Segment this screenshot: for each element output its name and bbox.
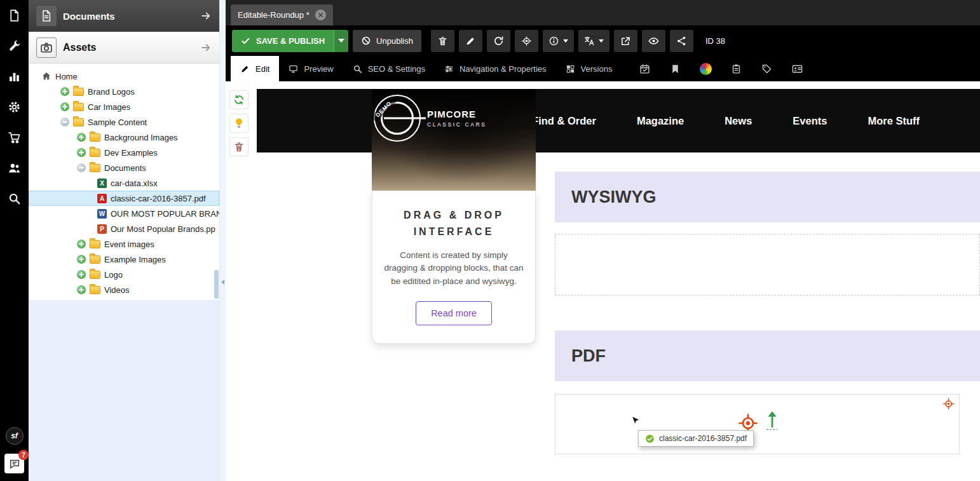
pdf-drop-zone[interactable]: classic-car-2016-3857.pdf <box>555 394 960 454</box>
expand-icon[interactable] <box>60 87 69 96</box>
tab-preview[interactable]: Preview <box>279 56 343 81</box>
tree-item-label: Logo <box>104 270 123 280</box>
read-more-button[interactable]: Read more <box>416 301 492 325</box>
tab-tag[interactable] <box>752 56 780 81</box>
folder-icon <box>90 240 100 248</box>
main-editor-area: Editable-Roundup * SAVE & PUBLISH Unpubl… <box>226 0 980 481</box>
collapse-icon[interactable] <box>60 118 69 126</box>
rail-file-icon[interactable] <box>0 0 29 30</box>
symfony-logo[interactable]: sf <box>6 427 24 445</box>
rail-ecommerce-icon[interactable] <box>0 122 29 152</box>
tab-id-card[interactable] <box>783 56 811 81</box>
tab-bookmark[interactable] <box>661 56 689 81</box>
expand-icon[interactable] <box>77 285 86 294</box>
tree-item-label: OUR MOST POPULAR BRANDS <box>111 209 219 219</box>
tree-item-logo[interactable]: Logo <box>29 267 219 282</box>
rail-search-icon[interactable] <box>0 183 29 213</box>
subtab-icon-tabs <box>630 56 811 81</box>
tree-item-our-most-popular-brands-pp[interactable]: POur Most Popular Brands.pp <box>29 221 219 236</box>
expand-icon[interactable] <box>77 270 86 279</box>
demo-ribbon: DEMO <box>371 97 396 122</box>
expand-icon[interactable] <box>77 133 86 142</box>
site-nav-events[interactable]: Events <box>793 115 827 127</box>
upload-arrow-icon <box>764 410 780 430</box>
trash-button[interactable] <box>229 137 248 156</box>
share-button[interactable] <box>670 30 693 52</box>
translate-button[interactable] <box>578 30 609 52</box>
trash-button[interactable] <box>431 30 454 52</box>
unpublish-button[interactable]: Unpublish <box>353 30 421 52</box>
panel-splitter[interactable] <box>219 0 226 481</box>
arrow-right-icon <box>200 42 212 53</box>
expand-icon[interactable] <box>77 148 86 157</box>
save-publish-button[interactable]: SAVE & PUBLISH <box>232 30 334 52</box>
tree-item-event-images[interactable]: Event images <box>29 236 219 252</box>
tree-item-label: Example Images <box>104 255 166 264</box>
rail-settings-icon[interactable] <box>0 91 29 122</box>
tab-navigation-properties[interactable]: Navigation & Properties <box>435 56 556 81</box>
color-wheel-icon <box>700 63 712 75</box>
site-nav-find-order[interactable]: Find & Order <box>532 115 596 127</box>
tree-item-background-images[interactable]: Background Images <box>29 130 219 145</box>
eye-button[interactable] <box>642 30 665 52</box>
tab-edit[interactable]: Edit <box>231 56 279 81</box>
expand-icon[interactable] <box>60 102 69 111</box>
tree-item-brand-logos[interactable]: Brand Logos <box>29 84 219 99</box>
pencil-button[interactable] <box>459 30 482 52</box>
tree-item-dev-examples[interactable]: Dev Examples <box>29 145 219 160</box>
wysiwyg-editable-area[interactable] <box>555 234 980 295</box>
folder-icon <box>73 103 84 111</box>
tab-seo-settings[interactable]: SEO & Settings <box>343 56 435 81</box>
save-publish-label: SAVE & PUBLISH <box>256 36 325 46</box>
tab-clipboard[interactable] <box>722 56 750 81</box>
tree-item-label: Documents <box>104 163 146 173</box>
tree-item-videos[interactable]: Videos <box>29 282 219 297</box>
tree-scrollbar-thumb[interactable] <box>214 270 219 299</box>
rail-bottom-group: sf 7 <box>0 427 29 473</box>
unpublish-icon <box>361 36 371 46</box>
card-text: Content is created by simply dragging & … <box>383 249 525 288</box>
tree-item-home[interactable]: Home <box>29 69 219 84</box>
file-type-icon: A <box>97 194 107 203</box>
tree-item-classic-car-2016-3857-pdf[interactable]: Aclassic-car-2016-3857.pdf <box>29 191 219 206</box>
refresh-button[interactable] <box>487 30 510 52</box>
tree-item-example-images[interactable]: Example Images <box>29 252 219 267</box>
site-nav-more-stuff[interactable]: More Stuff <box>868 115 920 127</box>
tab-versions[interactable]: Versions <box>556 56 622 81</box>
tree-item-label: car-data.xlsx <box>111 179 158 188</box>
collapse-icon[interactable] <box>77 163 86 172</box>
rail-reports-icon[interactable] <box>0 61 29 91</box>
tree-item-label: Home <box>55 72 78 81</box>
rail-tools-icon[interactable] <box>0 30 29 61</box>
tab-calendar-check[interactable] <box>630 56 658 81</box>
tree-item-sample-content[interactable]: Sample Content <box>29 114 219 130</box>
documents-accordion-header[interactable]: Documents <box>29 0 219 32</box>
tree-item-our-most-popular-brands[interactable]: WOUR MOST POPULAR BRANDS <box>29 206 219 221</box>
expand-icon[interactable] <box>77 255 86 264</box>
save-dropdown-button[interactable] <box>334 30 348 52</box>
tab-close-button[interactable] <box>315 10 326 20</box>
arrow-right-icon <box>200 10 212 22</box>
save-publish-split-button[interactable]: SAVE & PUBLISH <box>232 30 348 52</box>
tree-item-car-data-xlsx[interactable]: Xcar-data.xlsx <box>29 175 219 191</box>
tree-item-car-images[interactable]: Car Images <box>29 99 219 114</box>
check-icon <box>241 36 250 46</box>
locate-button[interactable] <box>515 30 538 52</box>
expand-icon[interactable] <box>77 240 86 248</box>
tab-color-wheel[interactable] <box>691 56 719 81</box>
splitter-collapse-icon[interactable] <box>221 280 224 285</box>
sync-button[interactable] <box>229 90 248 109</box>
pimcore-admin-window: sf 7 Documents Assets HomeBrand LogosCar… <box>0 0 980 481</box>
chat-icon <box>9 458 20 470</box>
rail-customers-icon[interactable] <box>0 152 29 183</box>
site-nav-news[interactable]: News <box>725 115 752 127</box>
document-tab[interactable]: Editable-Roundup * <box>231 4 333 25</box>
tree-item-documents[interactable]: Documents <box>29 160 219 175</box>
documents-icon-box <box>36 6 57 26</box>
lightbulb-button[interactable] <box>229 114 248 133</box>
info-button[interactable] <box>543 30 574 52</box>
site-nav-magazine[interactable]: Magazine <box>637 115 684 127</box>
feedback-chat-button[interactable]: 7 <box>4 454 24 473</box>
assets-accordion-header[interactable]: Assets <box>29 32 219 64</box>
external-button[interactable] <box>614 30 637 52</box>
